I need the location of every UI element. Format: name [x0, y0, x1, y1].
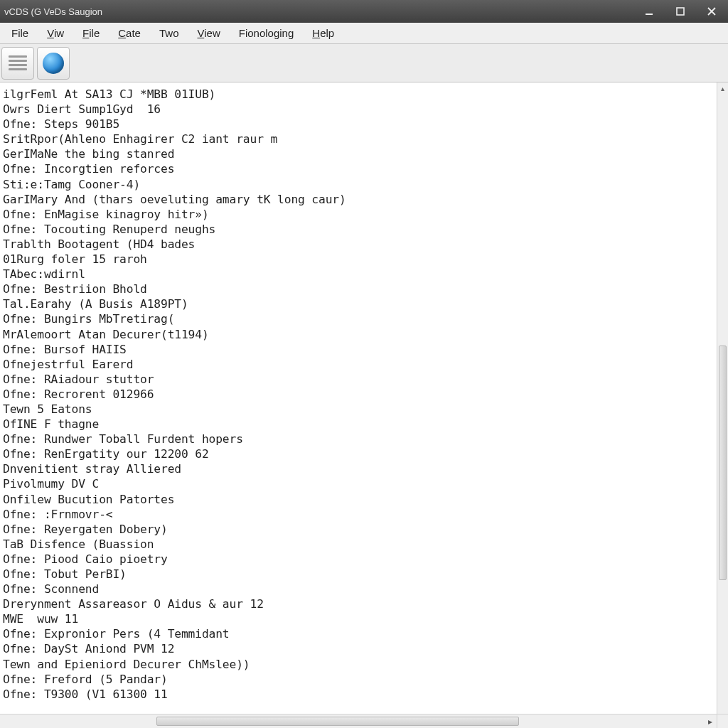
horizontal-scrollbar[interactable]: ▸ — [0, 714, 717, 728]
log-line: ilgrFeml At SA13 CJ *MBB 01IUB) — [3, 87, 712, 102]
minimize-button[interactable] — [640, 4, 658, 18]
log-line: Ofne: Steps 901B5 — [3, 117, 712, 132]
log-line: Onfilew Bucution Patortes — [3, 492, 712, 507]
menu-file-2[interactable]: File — [74, 24, 108, 42]
log-line: Ofne: EnMagise kinagroy hitr») — [3, 207, 712, 222]
menu-cate[interactable]: Cate — [109, 24, 149, 42]
scroll-right-icon: ▸ — [704, 714, 717, 728]
log-line: Ofnejestrful Earerd — [3, 357, 712, 372]
minimize-icon — [645, 7, 653, 16]
log-line: Ofne: Freford (5 Pandar) — [3, 672, 712, 687]
menu-viw[interactable]: Viw — [38, 24, 73, 42]
horizontal-scroll-thumb[interactable] — [156, 717, 519, 726]
toolbar — [0, 44, 728, 82]
maximize-button[interactable] — [671, 4, 690, 18]
menu-help[interactable]: Help — [304, 24, 343, 42]
globe-icon — [43, 53, 64, 74]
log-line: MrAlemoort Atan Decurer(t1194) — [3, 327, 712, 342]
log-line: Ofne: RenErgatity our 12200 62 — [3, 446, 712, 461]
log-line: Ofne: T9300 (V1 61300 11 — [3, 687, 712, 702]
log-line: Ofne: Expronior Pers (4 Temmidant — [3, 626, 712, 641]
log-line: GarIMary And (thars oeveluting amary tK … — [3, 192, 712, 207]
menubar: File Viw File Cate Two View Fionologing … — [0, 23, 728, 44]
toolbar-document-button[interactable] — [1, 47, 34, 80]
svg-rect-1 — [677, 8, 684, 15]
log-line: Ofne: Incorgtien reforces — [3, 161, 712, 176]
window-title: vCDS (G VeDs Saugion — [4, 6, 102, 17]
log-line: Ofne: Tobut PerBI) — [3, 567, 712, 582]
menu-file-1[interactable]: File — [3, 24, 37, 42]
log-line: Ofne: Bungirs MbTretirag( — [3, 311, 712, 326]
document-icon — [9, 55, 27, 71]
scroll-up-icon: ▴ — [717, 82, 728, 94]
log-line: GerIMaNe the bing stanred — [3, 146, 712, 161]
toolbar-globe-button[interactable] — [37, 47, 70, 80]
log-line: Tewn and Epieniord Decurer ChMslee)) — [3, 657, 712, 672]
log-line: TaB Disfence (Buassion — [3, 537, 712, 552]
log-line: Ofne: Bursof HAIIS — [3, 342, 712, 357]
menu-fionologing[interactable]: Fionologing — [230, 24, 303, 42]
log-line: Trablth Bootagent (HD4 bades — [3, 237, 712, 252]
log-line: Ofne: Sconnend — [3, 582, 712, 596]
log-line: Drerynment Assareasor O Aidus & aur 12 — [3, 596, 712, 611]
log-line: Ofne: DaySt Aniond PVM 12 — [3, 641, 712, 656]
log-line: Ofne: :Frnmovr-< — [3, 507, 712, 522]
log-line: Ofne: Rundwer Toball Furdent hopers — [3, 432, 712, 446]
menu-two[interactable]: Two — [151, 24, 188, 42]
log-line: Tewn 5 Eatons — [3, 402, 712, 417]
close-icon — [707, 7, 716, 16]
window-controls — [640, 4, 725, 18]
close-button[interactable] — [702, 4, 721, 18]
log-viewer[interactable]: ilgrFeml At SA13 CJ *MBB 01IUB)Owrs Dier… — [0, 82, 717, 714]
log-line: Ofne: Tocouting Renuperd neughs — [3, 222, 712, 237]
titlebar: vCDS (G VeDs Saugion — [0, 0, 728, 23]
scrollbar-corner — [717, 714, 728, 728]
log-line: Tal.Earahy (A Busis A189PT) — [3, 296, 712, 311]
content-area: ilgrFeml At SA13 CJ *MBB 01IUB)Owrs Dier… — [0, 82, 728, 728]
maximize-icon — [676, 7, 685, 16]
log-line: Dnvenitient stray Alliered — [3, 461, 712, 476]
app-window: vCDS (G VeDs Saugion File Viw File Cate … — [0, 0, 728, 728]
log-line: OfINE F thagne — [3, 417, 712, 432]
log-line: Sti:e:Tamg Cooner-4) — [3, 177, 712, 192]
log-line: TAbec:wdirnl — [3, 267, 712, 282]
log-line: SritRpor(Ahleno Enhagirer C2 iant raur m — [3, 132, 712, 146]
vertical-scrollbar[interactable]: ▴ — [717, 82, 728, 714]
log-line: Ofne: Piood Caio pioetry — [3, 552, 712, 567]
menu-view[interactable]: View — [188, 24, 228, 42]
log-line: Ofne: Recrorent 012966 — [3, 387, 712, 402]
vertical-scroll-thumb[interactable] — [719, 346, 727, 580]
log-line: Ofne: Reyergaten Dobery) — [3, 522, 712, 537]
log-line: Ofne: RAiadour stuttor — [3, 372, 712, 387]
log-line: 01Rurg foler 15 raroh — [3, 252, 712, 267]
svg-rect-0 — [646, 14, 653, 15]
log-line: Pivolmumy DV C — [3, 476, 712, 491]
log-line: Owrs Diert Sump1Gyd 16 — [3, 102, 712, 117]
log-line: Ofne: Bestriion Bhold — [3, 282, 712, 296]
log-line: MWE wuw 11 — [3, 611, 712, 626]
